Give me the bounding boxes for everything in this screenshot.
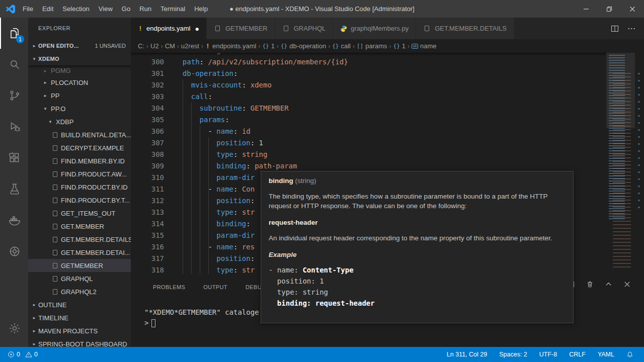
- file-icon: [425, 26, 429, 31]
- overview-ruler[interactable]: [635, 53, 644, 274]
- tree-item-pgmg[interactable]: ▸PGMG: [28, 65, 131, 76]
- menu-selection[interactable]: Selection: [58, 0, 94, 18]
- minimap-slider[interactable]: [606, 53, 635, 128]
- open-editors-section[interactable]: ▸ OPEN EDITO... 1 UNSAVED: [28, 39, 131, 52]
- menu-run[interactable]: Run: [135, 0, 156, 18]
- section-spring-boot-dashboard[interactable]: ▸SPRING-BOOT DASHBOARD: [28, 337, 131, 347]
- settings-icon[interactable]: [0, 313, 28, 344]
- menu-help[interactable]: Help: [190, 0, 212, 18]
- indentation-status[interactable]: Spaces: 2: [497, 351, 530, 358]
- tree-item-find-product-by-id[interactable]: FIND.PRODUCT.BY.ID: [28, 180, 131, 194]
- tree-item-getmember[interactable]: GETMEMBER: [28, 259, 131, 272]
- code-line-305[interactable]: 305 params:: [131, 114, 606, 126]
- search-icon[interactable]: [0, 49, 28, 80]
- tree-item-graphql[interactable]: GRAPHQL: [28, 272, 131, 285]
- menu-file[interactable]: File: [18, 0, 38, 18]
- file-icon: [53, 289, 57, 295]
- tree-item-graphql2[interactable]: GRAPHQL2: [28, 285, 131, 298]
- breadcrumb-item-name[interactable]: abname: [412, 42, 437, 50]
- split-editor-icon[interactable]: [611, 25, 619, 33]
- tree-item-get-member-detai[interactable]: GET.MEMBER.DETAI...: [28, 246, 131, 259]
- code-line-302[interactable]: 302 mvis-account: xdemo: [131, 79, 606, 91]
- code-line-300[interactable]: 300 path: /api/v2/subscription/members/{…: [131, 56, 606, 68]
- code-line-307[interactable]: 307 position: 1: [131, 137, 606, 149]
- tooltip-heading: request-header: [269, 218, 566, 227]
- breadcrumb-item-cm[interactable]: CM: [165, 42, 175, 50]
- file-icon: [215, 26, 220, 31]
- tab-getmember[interactable]: GETMEMBER: [207, 18, 275, 39]
- activity-bar-top: 1: [0, 18, 28, 267]
- breadcrumb-item-c[interactable]: C:: [138, 42, 144, 50]
- breadcrumb-item-endpoints-yaml[interactable]: !endpoints.yaml: [205, 42, 256, 50]
- eol-status[interactable]: CRLF: [567, 351, 588, 358]
- problems-status[interactable]: 0 0: [5, 351, 40, 358]
- close-window-button[interactable]: [621, 0, 644, 18]
- tree-item-find-member-by-id[interactable]: FIND.MEMBER.BY.ID: [28, 154, 131, 167]
- tree-item-xdbp[interactable]: ▾XDBP: [28, 115, 131, 128]
- explorer-icon[interactable]: 1: [0, 18, 28, 49]
- run-debug-icon[interactable]: [0, 111, 28, 142]
- code-line-308[interactable]: 308 type: string: [131, 149, 606, 160]
- tab-graphql[interactable]: GRAPHQL: [275, 18, 334, 39]
- breadcrumb-separator-icon: ›: [161, 43, 163, 50]
- breadcrumb-item-u2rest[interactable]: u2rest: [181, 42, 199, 50]
- maximize-panel-icon[interactable]: [605, 281, 612, 288]
- breadcrumb-item-u2[interactable]: U2: [150, 42, 159, 50]
- panel-tab-output[interactable]: OUTPUT: [196, 278, 234, 290]
- close-panel-icon[interactable]: [623, 281, 631, 288]
- hover-tooltip: binding (string) The binding type, which…: [261, 171, 574, 323]
- tab-graphqlmembers-py[interactable]: graphqlMembers.py: [333, 18, 416, 39]
- breadcrumb-item-db-operation[interactable]: {}db-operation: [281, 42, 326, 50]
- code-line-306[interactable]: 306 - name: id: [131, 126, 606, 137]
- breadcrumb-item-params[interactable]: []params: [357, 42, 387, 50]
- section-outline[interactable]: ▸OUTLINE: [28, 298, 131, 311]
- source-control-icon[interactable]: [0, 80, 28, 111]
- tree-item-pp[interactable]: ▸PP: [28, 89, 131, 102]
- vscode-logo-icon: [6, 5, 15, 14]
- tab-endpoints-yaml[interactable]: !endpoints.yaml●: [131, 18, 207, 39]
- docker-icon[interactable]: [0, 205, 28, 236]
- minimap[interactable]: [606, 53, 635, 274]
- project-root-header[interactable]: ▾ XDEMO: [28, 52, 131, 65]
- tree-item-get-items-out[interactable]: GET_ITEMS_OUT: [28, 207, 131, 220]
- breadcrumb-item-call[interactable]: {}call: [332, 42, 351, 50]
- tree-item-get-member-details[interactable]: GET.MEMBER.DETAILS: [28, 233, 131, 246]
- tree-item-get-member[interactable]: GET.MEMBER: [28, 220, 131, 233]
- breadcrumb-separator-icon: ›: [389, 43, 391, 50]
- indent-guide: [191, 103, 192, 274]
- restore-button[interactable]: [598, 0, 621, 18]
- code-line-309[interactable]: 309 binding: path-param: [131, 160, 606, 172]
- menu-view[interactable]: View: [94, 0, 117, 18]
- tree-item-plocation[interactable]: ▸PLOCATION: [28, 76, 131, 89]
- breadcrumb-item-1[interactable]: {}1: [262, 42, 274, 50]
- menu-edit[interactable]: Edit: [38, 0, 58, 18]
- code-line-304[interactable]: 304 subroutine: GETMEMBER: [131, 103, 606, 114]
- tree-item-find-product-aw[interactable]: FIND.PRODUCT.AW...: [28, 167, 131, 180]
- menu-go[interactable]: Go: [117, 0, 135, 18]
- tab-get-member-details[interactable]: GET.MEMBER.DETAILS: [416, 18, 514, 39]
- cursor-position[interactable]: Ln 311, Col 29: [444, 351, 490, 358]
- encoding-status[interactable]: UTF-8: [537, 351, 559, 358]
- testing-icon[interactable]: [0, 173, 28, 205]
- code-line-301[interactable]: 301 db-operation:: [131, 68, 606, 79]
- notifications-bell-icon[interactable]: [624, 351, 636, 358]
- tree-item-decrypt-example[interactable]: DECRYPT.EXAMPLE: [28, 141, 131, 154]
- minimize-button[interactable]: [575, 0, 598, 18]
- breadcrumb-item-1[interactable]: {}1: [393, 42, 406, 50]
- panel-tab-problems[interactable]: PROBLEMS: [146, 278, 192, 290]
- extensions-icon[interactable]: [0, 142, 28, 173]
- more-actions-icon[interactable]: ···: [628, 25, 636, 32]
- kill-terminal-icon[interactable]: [586, 281, 594, 288]
- section-maven-projects[interactable]: ▸MAVEN PROJECTS: [28, 324, 131, 337]
- scroll-shadow: [131, 53, 606, 56]
- code-line-303[interactable]: 303 call:: [131, 91, 606, 103]
- tree-item-build-rental-deta[interactable]: BUILD.RENTAL.DETA...: [28, 128, 131, 141]
- language-mode[interactable]: YAML: [595, 351, 617, 358]
- tools-wheel-icon[interactable]: [0, 236, 28, 267]
- section-timeline[interactable]: ▸TIMELINE: [28, 311, 131, 324]
- tree-item-find-product-by-t[interactable]: FIND.PRODUCT.BY.T...: [28, 194, 131, 207]
- menu-terminal[interactable]: Terminal: [156, 0, 190, 18]
- tree-item-pp-o[interactable]: ▾PP.O: [28, 102, 131, 115]
- breadcrumb-separator-icon: ›: [201, 43, 203, 50]
- line-number: 300: [131, 56, 174, 68]
